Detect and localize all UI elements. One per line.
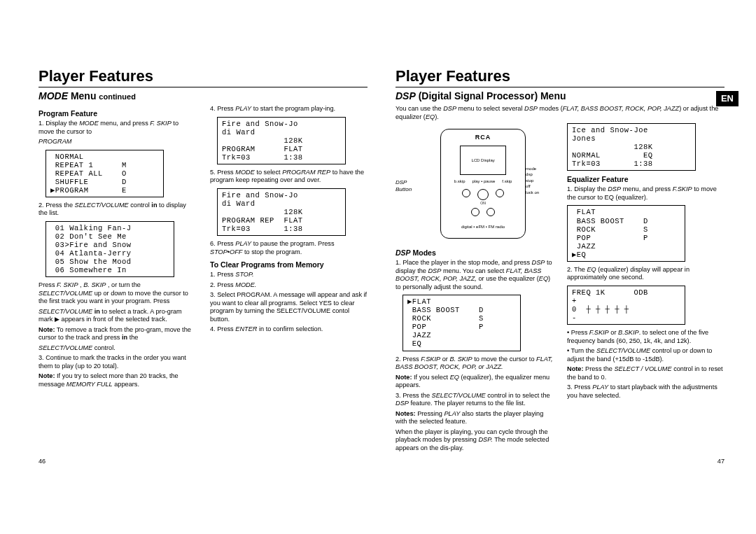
mode-2: 2. Press F.SKIP or B. SKIP to move the c… [396,356,553,372]
note-remove: Note: To remove a track from the pro-gra… [38,326,196,342]
program-feature-heading: Program Feature [38,109,196,118]
mode-1: 1. Place the player in the stop mode, an… [396,259,553,291]
lcd-dsp-eq: FLAT BASS BOOST D ROCK S POP P JAZZ ▶EQ [567,205,685,261]
clear-4: 4. Press ENTER in to confirm selection. [210,325,368,334]
select-text: SELECT/VOLUME in to select a track. A pr… [38,308,196,324]
page-number: 46 [38,458,46,466]
device-row: DSP Button RCA LCD Display b.skip play •… [396,123,553,244]
button-icons [462,189,504,200]
dsp-modes-heading: DSP Modes [396,248,553,258]
step-5: 5. Press MODE to select PROGRAM REP to h… [210,169,368,185]
dsp-icon [471,208,479,216]
eq-3: 3. Press PLAY to start playback with the… [567,384,724,400]
device-illustration: RCA LCD Display b.skip play • pause f.sk… [440,129,526,239]
left-col: DSP Button RCA LCD Display b.skip play •… [396,123,553,454]
bskip-label: b.skip [454,179,465,185]
step-6: 6. Press PLAY to pause the program. Pres… [210,240,368,256]
on-label: ON [480,201,486,205]
lcd-program-rep: Fire and Snow-Jo di Ward 128K PROGRAM RE… [217,188,346,236]
step-1: 1. Display the MODE menu, and press F. S… [38,120,196,136]
left-col: Program Feature 1. Display the MODE menu… [38,105,196,391]
two-columns: DSP Button RCA LCD Display b.skip play •… [396,123,724,454]
eq-band-adjust: • Turn the SELECT/VOLUME control up or d… [567,347,724,363]
step-1-program: PROGRAM [38,138,196,146]
section-heading: MODE Menu continued [38,90,368,103]
step-3: 3. Continue to mark the tracks in the or… [38,354,196,370]
notes-play: Notes: Pressing PLAY also starts the pla… [396,410,553,426]
page-spread: Player Features MODE Menu continued Prog… [0,0,756,472]
clear-2: 2. Press MODE. [210,281,368,290]
eq-note-reset: Note: Press the SELECT / VOLUME control … [567,365,724,381]
dsp-button-label: DSP Button [396,179,412,193]
fskip-icon [496,189,504,197]
lcd-dsp-flat: ▶FLAT BASS BOOST D ROCK S POP P JAZZ EQ [402,295,521,351]
right-page: EN Player Features DSP (Digital Signal P… [396,66,724,454]
clear-3: 3. Select PROGRAM. A message will appear… [210,291,368,323]
play-label: play • pause [472,179,496,185]
eq-1: 1. Display the DSP menu, and press F.SKI… [567,185,724,202]
bottom-row [471,208,495,216]
right-col: Ice and Snow-Joe Jones 128K NORMAL EQ Tr… [567,123,724,454]
button-row: b.skip play • pause f.skip [454,179,512,185]
clear-programs-heading: To Clear Programs from Memory [210,260,368,269]
eq-2: 2. The EQ (equalizer) display will appea… [567,266,724,282]
step-4: 4. Press PLAY to start the program play-… [210,105,368,113]
page-number: 47 [718,458,724,466]
device-screen: LCD Display [460,146,506,175]
mode-3: 3. Press the SELECT/VOLUME control in to… [396,392,553,408]
page-title: Player Features [396,66,724,87]
eq-feature-heading: Equalizer Feature [567,175,724,184]
lcd-program: Fire and Snow-Jo di Ward 128K PROGRAM FL… [217,117,346,164]
note-eq: Note: If you select EQ (equalizer), the … [396,374,553,390]
intro: You can use the DSP menu to select sever… [396,105,724,121]
brand-logo: RCA [475,134,491,141]
right-col: 4. Press PLAY to start the program play-… [210,105,368,391]
bskip-icon [462,189,470,197]
device-footer: digital • eFM • FM radio [461,225,505,230]
nav-text: Press F. SKIP , B. SKIP , or turn the SE… [38,281,196,306]
lcd-ice-snow: Ice and Snow-Joe Jones 128K NORMAL EQ Tr… [567,123,696,171]
page-title: Player Features [38,66,368,87]
note-memory-full: Note: If you try to select more than 20 … [38,372,196,388]
lcd-freq-bands: FREQ 1K ODB + 0 ┼ ┼ ┼ ┼ ┼ - [567,286,685,325]
lang-badge: EN [716,91,738,106]
section-heading: DSP (Digital Signal Processor) Menu [396,90,724,103]
eq-band-select: • Press F.SKIP or B.SKIP. to select one … [567,329,724,345]
clear-1: 1. Press STOP. [210,271,368,279]
fskip-label: f.skip [502,179,512,185]
note-remove-2: SELECT/VOLUME control. [38,344,196,353]
step-2: 2. Press the SELECT/VOLUME control in to… [38,202,196,218]
two-columns: Program Feature 1. Display the MODE menu… [38,105,368,391]
cycle-text: When the player is playing, you can cycl… [396,428,553,453]
left-page: Player Features MODE Menu continued Prog… [38,66,368,454]
lcd-track-list: 01 Walking Fan-J 02 Don't See Me 03>Fire… [46,221,174,277]
play-icon [477,189,489,200]
lcd-mode-menu: NORMAL REPEAT 1 M REPEAT ALL O SHUFFLE D… [46,150,164,197]
tone-icon [486,208,495,216]
side-labels: mode dsp stop off lock on [526,166,539,195]
